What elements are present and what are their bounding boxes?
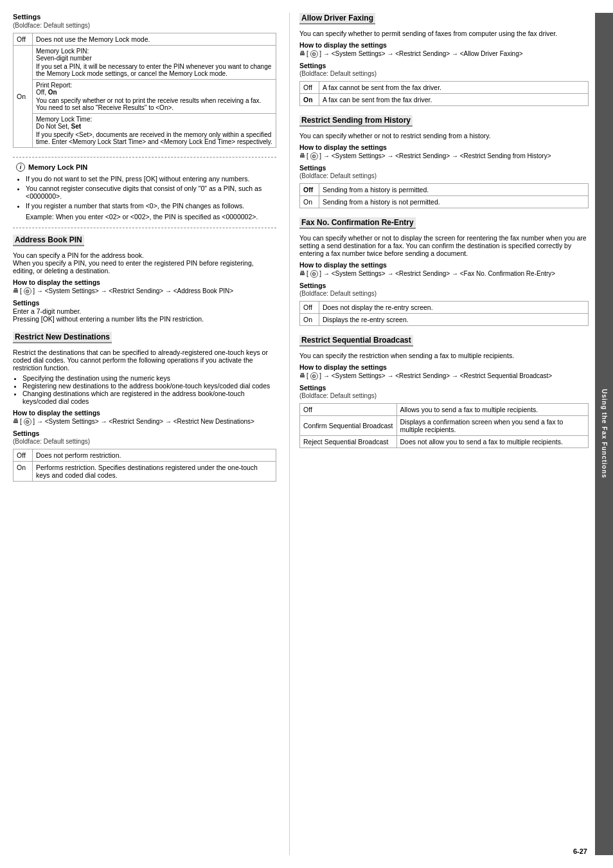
settings-label: Settings [299, 282, 589, 289]
book-icon: 🖶 [299, 372, 305, 379]
table-row: Confirm Sequential Broadcast Displays a … [300, 416, 589, 436]
table-row: Off A fax cannot be sent from the fax dr… [300, 82, 589, 94]
gear-icon: ⚙ [310, 372, 318, 380]
gear-icon: ⚙ [310, 270, 318, 278]
restrict-history-table: Off Sending from a history is permitted.… [299, 183, 589, 208]
book-icon: 🖶 [299, 270, 305, 276]
fax-no-confirmation-body: You can specify whether or not to displa… [299, 234, 589, 257]
settings-title: Settings [13, 13, 276, 21]
table-row: Off Does not perform restriction. [13, 449, 276, 462]
note-icon: i [16, 163, 25, 172]
table-row: On Memory Lock PIN:Seven-digit number If… [13, 46, 276, 80]
book-icon: 🖶 [299, 50, 305, 57]
row-label: On [300, 196, 319, 208]
row-desc: Does not display the re-entry screen. [319, 302, 589, 314]
settings-subtitle: (Boldface: Default settings) [299, 290, 589, 297]
fax-no-confirmation-heading: Fax No. Confirmation Re-Entry [299, 217, 416, 229]
table-row: On Displays the re-entry screen. [300, 314, 589, 326]
address-book-pin-body: You can specify a PIN for the address bo… [13, 251, 276, 275]
left-column: Settings (Boldface: Default settings) Of… [13, 13, 289, 855]
table-row: On A fax can be sent from the fax driver… [300, 94, 589, 106]
row-desc: Print Report:Off, On You can specify whe… [33, 80, 276, 114]
restrict-sequential-broadcast-section: Restrict Sequential Broadcast You can sp… [299, 335, 589, 448]
page-number: 6-27 [573, 847, 587, 855]
address-book-pin-heading: Address Book PIN [13, 235, 84, 246]
nav-path-address-book: 🖶 [ ⚙ ] → <System Settings> → <Restrict … [13, 287, 276, 295]
table-row: Off Does not use the Memory Lock mode. [13, 33, 276, 46]
row-desc: Displays a confirmation screen when you … [396, 416, 589, 436]
gear-icon: ⚙ [310, 50, 318, 58]
row-label: Off [13, 33, 33, 46]
settings-label: Settings [299, 62, 589, 69]
nav-path-restrict-broadcast: 🖶 [ ⚙ ] → <System Settings> → <Restrict … [299, 372, 589, 380]
row-desc: Sending from a history is not permitted. [319, 196, 589, 208]
how-to-display-label: How to display the settings [299, 261, 589, 269]
note-example: Example: When you enter <02> or <002>, t… [26, 213, 273, 221]
list-item: You cannot register consecutive digits t… [26, 185, 273, 200]
row-desc: A fax can be sent from the fax driver. [319, 94, 589, 106]
gear-icon: ⚙ [24, 287, 31, 295]
list-item: Changing destinations which are register… [22, 390, 276, 405]
memory-lock-table: Off Does not use the Memory Lock mode. O… [13, 33, 276, 148]
settings-subtitle: (Boldface: Default settings) [299, 172, 589, 179]
row-label: Confirm Sequential Broadcast [300, 416, 397, 436]
book-icon: 🖶 [13, 287, 19, 294]
sidebar-tab: Using the Fax Functions [595, 13, 613, 855]
right-column: Allow Driver Faxing You can specify whet… [289, 13, 595, 855]
restrict-new-destinations-section: Restrict New Destinations Restrict the d… [13, 332, 276, 482]
allow-driver-table: Off A fax cannot be sent from the fax dr… [299, 81, 589, 106]
settings-subtitle: (Boldface: Default settings) [13, 22, 276, 29]
list-item: Specifying the destination using the num… [22, 374, 276, 382]
how-to-display-label: How to display the settings [13, 409, 276, 417]
restrict-sequential-broadcast-body: You can specify the restriction when sen… [299, 352, 589, 359]
book-icon: 🖶 [299, 152, 305, 159]
row-desc: Displays the re-entry screen. [319, 314, 589, 326]
table-row: Memory Lock Time:Do Not Set, Set If you … [13, 114, 276, 148]
row-desc: Does not perform restriction. [33, 449, 276, 462]
row-desc: Does not use the Memory Lock mode. [33, 33, 276, 46]
row-desc: Memory Lock Time:Do Not Set, Set If you … [33, 114, 276, 148]
settings-label: Settings [13, 299, 276, 307]
settings-subtitle: (Boldface: Default settings) [299, 70, 589, 77]
how-to-display-label: How to display the settings [299, 143, 589, 151]
restrict-new-destinations-list: Specifying the destination using the num… [22, 374, 276, 405]
row-desc: Does not allow you to send a fax to mult… [396, 436, 589, 448]
restrict-new-destinations-heading: Restrict New Destinations [13, 332, 112, 343]
nav-path-fax-confirmation: 🖶 [ ⚙ ] → <System Settings> → <Restrict … [299, 270, 589, 278]
settings-subtitle: (Boldface: Default settings) [13, 438, 276, 445]
restrict-new-destinations-body: Restrict the destinations that can be sp… [13, 348, 276, 372]
fax-confirmation-table: Off Does not display the re-entry screen… [299, 301, 589, 326]
restrict-sequential-broadcast-heading: Restrict Sequential Broadcast [299, 335, 413, 347]
row-label: Off [13, 449, 33, 462]
row-desc: A fax cannot be sent from the fax driver… [319, 82, 589, 94]
table-row: Off Does not display the re-entry screen… [300, 302, 589, 314]
allow-driver-faxing-body: You can specify whether to permit sendin… [299, 30, 589, 37]
table-row: Print Report:Off, On You can specify whe… [13, 80, 276, 114]
row-label: Reject Sequential Broadcast [300, 436, 397, 448]
row-desc: Performs restriction. Specifies destinat… [33, 462, 276, 482]
row-label: On [300, 314, 319, 326]
settings-subtitle: (Boldface: Default settings) [299, 392, 589, 399]
list-item: If you register a number that starts fro… [26, 202, 273, 210]
restrict-new-dest-table: Off Does not perform restriction. On Per… [13, 449, 276, 482]
table-row: Reject Sequential Broadcast Does not all… [300, 436, 589, 448]
nav-path-allow-driver: 🖶 [ ⚙ ] → <System Settings> → <Restrict … [299, 50, 589, 58]
row-label: Off [300, 404, 397, 416]
list-item: If you do not want to set the PIN, press… [26, 175, 273, 183]
table-row: On Performs restriction. Specifies desti… [13, 462, 276, 482]
restrict-sending-history-section: Restrict Sending from History You can sp… [299, 115, 589, 208]
address-book-pin-settings: Enter a 7-digit number.Pressing [OK] wit… [13, 307, 276, 323]
row-label: Off [300, 184, 319, 196]
note-heading: Memory Lock PIN [28, 163, 87, 171]
row-label-on: On [13, 46, 33, 148]
row-desc: Sending from a history is permitted. [319, 184, 589, 196]
address-book-pin-section: Address Book PIN You can specify a PIN f… [13, 235, 276, 323]
gear-icon: ⚙ [310, 152, 318, 160]
restrict-sending-history-heading: Restrict Sending from History [299, 115, 413, 127]
row-label: Off [300, 82, 319, 94]
table-row: Off Allows you to send a fax to multiple… [300, 404, 589, 416]
row-label: On [300, 94, 319, 106]
how-to-display-label: How to display the settings [299, 363, 589, 371]
row-label: Off [300, 302, 319, 314]
allow-driver-faxing-heading: Allow Driver Faxing [299, 13, 375, 24]
